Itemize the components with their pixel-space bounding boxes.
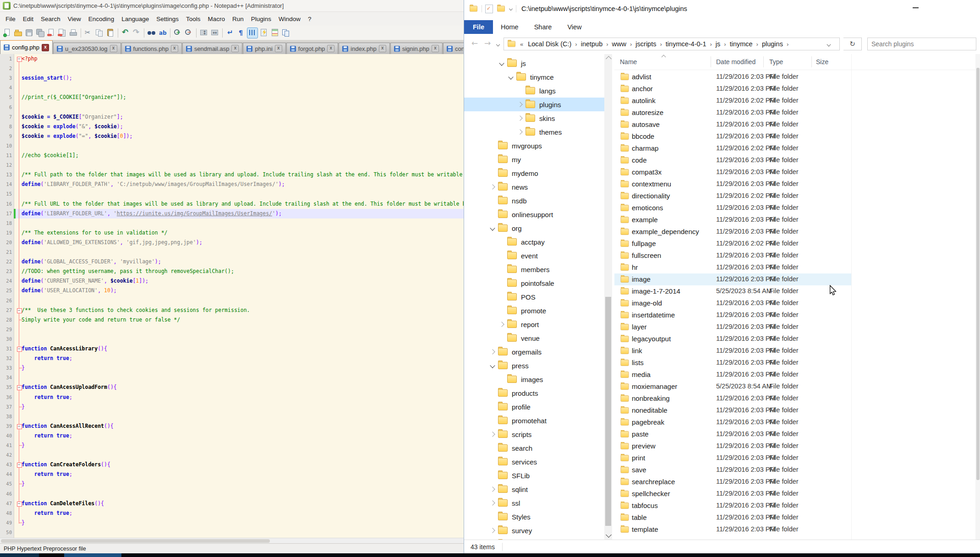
file-row-table[interactable]: table11/29/2016 2:03 PMFile folder — [614, 512, 852, 524]
file-row-compat3x[interactable]: compat3x11/29/2016 2:03 PMFile folder — [614, 166, 852, 178]
tree-item-acctpay[interactable]: acctpay — [464, 235, 604, 249]
tab-forgot-php[interactable]: forgot.phpx — [286, 43, 339, 54]
tab-close-icon[interactable]: x — [432, 45, 439, 52]
quick-access-properties-icon[interactable] — [485, 5, 493, 13]
tree-expand-icon[interactable] — [517, 102, 522, 107]
tab-config-p[interactable]: config.p — [443, 43, 464, 54]
forward-button[interactable]: → — [484, 38, 491, 48]
file-row-moxiemanager[interactable]: moxiemanager5/25/2023 8:54 AMFile folder — [614, 381, 852, 393]
save-icon[interactable] — [24, 28, 34, 38]
copy-icon[interactable] — [94, 28, 104, 38]
breadcrumb-inetpub[interactable]: inetpub — [580, 39, 604, 49]
breadcrumb-jscripts[interactable]: jscripts — [635, 39, 657, 49]
tree-item-event[interactable]: event — [464, 249, 604, 262]
tab-close-icon[interactable]: x — [42, 44, 49, 51]
breadcrumb-local-disk-c-[interactable]: Local Disk (C:) — [527, 39, 572, 49]
ribbon-tab-file[interactable]: File — [464, 20, 493, 34]
column-header-name[interactable]: Name — [620, 58, 637, 66]
tree-item-orgemails[interactable]: orgemails — [464, 345, 604, 359]
file-row-charmap[interactable]: charmap11/29/2016 2:02 PMFile folder — [614, 142, 852, 154]
close-all-icon[interactable] — [57, 28, 67, 38]
breadcrumb-plugins[interactable]: plugins — [761, 39, 784, 49]
column-header-date-modified[interactable]: Date modified — [716, 58, 756, 66]
cut-icon[interactable] — [83, 28, 93, 38]
breadcrumb-tinymce-4-0-1[interactable]: tinymce-4-0-1 — [665, 39, 707, 49]
file-row-print[interactable]: print11/29/2016 2:03 PMFile folder — [614, 452, 852, 464]
search-input[interactable] — [867, 38, 976, 50]
tree-item-sqlint[interactable]: sqlint — [464, 482, 604, 496]
column-header-type[interactable]: Type — [769, 58, 783, 66]
menu-edit[interactable]: Edit — [19, 14, 37, 24]
file-row-preview[interactable]: preview11/29/2016 2:03 PMFile folder — [614, 440, 852, 452]
tree-item-promote[interactable]: promote — [464, 304, 604, 317]
tree-item-press[interactable]: press — [464, 359, 604, 372]
zoom-in-icon[interactable] — [173, 28, 183, 38]
file-row-contextmenu[interactable]: contextmenu11/29/2016 2:03 PMFile folder — [614, 178, 852, 190]
tree-collapse-icon[interactable] — [508, 74, 513, 79]
tree-collapse-icon[interactable] — [490, 363, 495, 368]
doc-map-icon[interactable] — [270, 28, 280, 38]
tree-item-products[interactable]: products — [464, 386, 604, 400]
tree-expand-icon[interactable] — [499, 322, 504, 327]
tree-item-search[interactable]: search — [464, 441, 604, 455]
minimize-button[interactable] — [913, 7, 919, 8]
tree-item-pointofsale[interactable]: pointofsale — [464, 276, 604, 290]
tree-item-my[interactable]: my — [464, 153, 604, 166]
file-row-media[interactable]: media11/29/2016 2:03 PMFile folder — [614, 369, 852, 381]
tree-item-org[interactable]: org — [464, 221, 604, 235]
tab-close-icon[interactable]: x — [275, 45, 282, 52]
tree-item-pos[interactable]: POS — [464, 290, 604, 304]
tree-expand-icon[interactable] — [490, 184, 495, 189]
file-row-image-1-7-2014[interactable]: image-1-7-20145/25/2023 8:54 AMFile fold… — [614, 285, 852, 297]
tree-item-mvgroups[interactable]: mvgroups — [464, 139, 604, 153]
file-row-paste[interactable]: paste11/29/2016 2:03 PMFile folder — [614, 428, 852, 440]
tab-signin-php[interactable]: signin.phpx — [390, 43, 443, 54]
refresh-button[interactable]: ↻ — [843, 38, 862, 50]
print-icon[interactable] — [68, 28, 78, 38]
find-icon[interactable] — [147, 28, 157, 38]
tree-item-promotehat[interactable]: promotehat — [464, 414, 604, 427]
file-row-autosave[interactable]: autosave11/29/2016 2:03 PMFile folder — [614, 119, 852, 131]
recent-locations-icon[interactable] — [496, 43, 500, 46]
menu-view[interactable]: View — [64, 14, 85, 24]
tree-item-members[interactable]: members — [464, 262, 604, 276]
file-row-emoticons[interactable]: emoticons11/29/2016 2:03 PMFile folder — [614, 202, 852, 214]
indent-guide-icon[interactable] — [247, 27, 258, 38]
file-row-image-old[interactable]: image-old11/29/2016 2:03 PMFile folder — [614, 297, 852, 309]
file-row-fullpage[interactable]: fullpage11/29/2016 2:02 PMFile folder — [614, 238, 852, 250]
tree-expand-icon[interactable] — [490, 486, 495, 491]
menu-search[interactable]: Search — [37, 14, 64, 24]
menu-window[interactable]: Window — [275, 14, 304, 24]
function-list-icon[interactable] — [259, 28, 269, 38]
file-row-insertdatetime[interactable]: insertdatetime11/29/2016 2:03 PMFile fol… — [614, 309, 852, 321]
file-row-image[interactable]: image11/29/2016 2:03 PMFile folder — [614, 273, 852, 285]
file-row-autolink[interactable]: autolink11/29/2016 2:02 PMFile folder — [614, 95, 852, 107]
file-row-bbcode[interactable]: bbcode11/29/2016 2:03 PMFile folder — [614, 131, 852, 142]
file-row-layer[interactable]: layer11/29/2016 2:03 PMFile folder — [614, 321, 852, 333]
tree-item-nsdb[interactable]: nsdb — [464, 194, 604, 208]
menu-run[interactable]: Run — [229, 14, 247, 24]
file-row-autoresize[interactable]: autoresize11/29/2016 2:03 PMFile folder — [614, 107, 852, 119]
menu-macro[interactable]: Macro — [204, 14, 229, 24]
tree-expand-icon[interactable] — [517, 115, 522, 120]
undo-icon[interactable] — [120, 28, 131, 38]
tree-expand-icon[interactable] — [517, 129, 522, 134]
tree-item-mydemo[interactable]: mydemo — [464, 166, 604, 180]
ribbon-tab-home[interactable]: Home — [493, 20, 526, 34]
tree-item-plugins[interactable]: plugins — [464, 98, 604, 111]
close-icon[interactable] — [46, 28, 56, 38]
tree-item-report[interactable]: report — [464, 317, 604, 331]
file-row-template[interactable]: template11/29/2016 2:03 PMFile folder — [614, 524, 852, 535]
tab-close-icon[interactable]: x — [171, 45, 178, 52]
tree-expand-icon[interactable] — [490, 500, 495, 505]
new-file-icon[interactable] — [2, 28, 12, 38]
file-row-example[interactable]: example11/29/2016 2:03 PMFile folder — [614, 214, 852, 226]
menu-plugins[interactable]: Plugins — [247, 14, 275, 24]
tab-php-ini[interactable]: php.inix — [243, 43, 285, 54]
zoom-out-icon[interactable] — [184, 28, 194, 38]
paste-icon[interactable] — [105, 28, 115, 38]
column-header-size[interactable]: Size — [816, 58, 828, 66]
menu-settings[interactable]: Settings — [153, 14, 182, 24]
file-row-link[interactable]: link11/29/2016 2:03 PMFile folder — [614, 345, 852, 357]
file-row-example_dependency[interactable]: example_dependency11/29/2016 2:03 PMFile… — [614, 226, 852, 238]
